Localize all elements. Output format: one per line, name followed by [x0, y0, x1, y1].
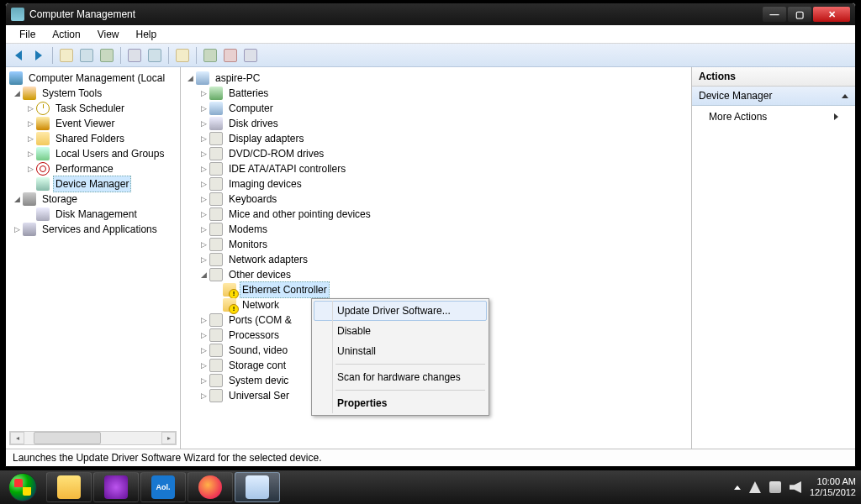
dev-batteries[interactable]: ▷Batteries [182, 86, 691, 101]
taskbar-firefox[interactable] [188, 472, 233, 502]
dev-monitors[interactable]: ▷Monitors [182, 237, 691, 252]
expand-icon[interactable]: ▷ [199, 255, 208, 264]
taskbar-aol[interactable]: Aol. [140, 472, 186, 502]
ctx-update-driver[interactable]: Update Driver Software... [314, 301, 487, 321]
expand-icon[interactable]: ▷ [199, 104, 208, 113]
minimize-button[interactable]: — [763, 7, 786, 22]
dev-computer[interactable]: ▷Computer [182, 101, 691, 116]
titlebar[interactable]: Computer Management — ▢ ✕ [6, 3, 855, 25]
tray-action-center-icon[interactable] [749, 481, 761, 493]
tree-disk-management[interactable]: Disk Management [8, 207, 180, 222]
maximize-button[interactable]: ▢ [788, 7, 811, 22]
expand-icon[interactable]: ▷ [199, 150, 208, 158]
expand-icon[interactable]: ▷ [26, 150, 34, 158]
expand-icon[interactable]: ▷ [26, 119, 34, 128]
expand-icon[interactable]: ▷ [199, 210, 208, 218]
menu-file[interactable]: File [11, 27, 44, 42]
dev-disk-drives[interactable]: ▷Disk drives [182, 116, 691, 131]
expand-icon[interactable]: ▷ [26, 134, 34, 143]
dev-imaging[interactable]: ▷Imaging devices [182, 176, 691, 192]
dev-display[interactable]: ▷Display adapters [182, 131, 691, 146]
taskbar[interactable]: Aol. 10:00 AM 12/15/2012 [0, 470, 861, 504]
dev-mice[interactable]: ▷Mice and other pointing devices [182, 207, 691, 222]
collapse-icon[interactable]: ◢ [199, 270, 208, 279]
collapse-icon[interactable]: ◢ [186, 74, 194, 82]
back-button[interactable] [9, 46, 28, 65]
tree-storage[interactable]: ◢Storage [8, 192, 180, 207]
tray-network-icon[interactable] [769, 481, 781, 493]
expand-icon[interactable]: ▷ [199, 346, 208, 354]
expand-icon[interactable]: ▷ [199, 89, 208, 97]
toolbar-btn-7[interactable] [201, 46, 219, 65]
ctx-uninstall[interactable]: Uninstall [314, 341, 487, 361]
expand-icon[interactable]: ▷ [199, 376, 208, 385]
toolbar-btn-1[interactable] [57, 46, 76, 65]
toolbar-btn-5[interactable] [145, 46, 164, 65]
dev-ide[interactable]: ▷IDE ATA/ATAPI controllers [182, 161, 691, 176]
expand-icon[interactable]: ▷ [199, 240, 208, 249]
ctx-scan[interactable]: Scan for hardware changes [314, 367, 487, 387]
menu-view[interactable]: View [89, 27, 128, 42]
tree-task-scheduler[interactable]: ▷Task Scheduler [8, 101, 180, 116]
ctx-properties[interactable]: Properties [314, 393, 487, 413]
start-button[interactable] [0, 470, 45, 504]
tree-services[interactable]: ▷Services and Applications [8, 222, 180, 237]
scroll-thumb[interactable] [34, 432, 101, 444]
horizontal-scrollbar[interactable]: ◂ ▸ [9, 431, 177, 445]
tree-local-users[interactable]: ▷Local Users and Groups [8, 146, 180, 161]
tray-clock[interactable]: 10:00 AM 12/15/2012 [810, 476, 856, 498]
dev-ethernet-controller[interactable]: Ethernet Controller [182, 282, 691, 297]
tree-shared-folders[interactable]: ▷Shared Folders [8, 131, 180, 146]
scroll-left-button[interactable]: ◂ [10, 432, 24, 444]
taskbar-computer-management[interactable] [235, 472, 280, 502]
dev-dvd[interactable]: ▷DVD/CD-ROM drives [182, 146, 691, 161]
tray-volume-icon[interactable] [790, 481, 801, 493]
expand-icon[interactable]: ▷ [199, 165, 208, 173]
ctx-disable[interactable]: Disable [314, 321, 487, 341]
scope-tree[interactable]: Computer Management (Local ◢System Tools… [6, 67, 180, 240]
expand-icon[interactable]: ▷ [26, 165, 34, 173]
modem-icon [209, 223, 223, 236]
tree-system-tools[interactable]: ◢System Tools [8, 86, 180, 101]
dev-other-devices[interactable]: ◢Other devices [182, 267, 691, 282]
actions-device-manager[interactable]: Device Manager [692, 87, 855, 106]
expand-icon[interactable]: ▷ [199, 134, 208, 143]
dev-network-adapters[interactable]: ▷Network adapters [182, 252, 691, 267]
tree-event-viewer[interactable]: ▷Event Viewer [8, 116, 180, 131]
dev-modems[interactable]: ▷Modems [182, 222, 691, 237]
actions-more[interactable]: More Actions [692, 106, 855, 128]
expand-icon[interactable]: ▷ [199, 331, 208, 339]
expand-icon[interactable]: ▷ [199, 225, 208, 234]
toolbar-btn-9[interactable] [241, 46, 260, 65]
taskbar-yahoo[interactable] [93, 472, 139, 502]
collapse-icon[interactable]: ◢ [13, 89, 21, 97]
expand-icon[interactable]: ▷ [199, 361, 208, 370]
expand-icon[interactable]: ▷ [199, 316, 208, 324]
expand-icon[interactable]: ▷ [199, 391, 208, 400]
toolbar-btn-3[interactable] [98, 46, 116, 65]
tree-performance[interactable]: ▷Performance [8, 161, 180, 176]
expand-icon[interactable]: ▷ [13, 225, 21, 234]
menu-action[interactable]: Action [44, 27, 88, 42]
dev-root[interactable]: ◢aspire-PC [182, 71, 691, 86]
toolbar-btn-6[interactable] [173, 46, 192, 65]
taskbar-sticky-notes[interactable] [46, 472, 92, 502]
tree-device-manager[interactable]: Device Manager [8, 176, 180, 192]
close-button[interactable]: ✕ [813, 7, 850, 22]
toolbar-btn-4[interactable] [125, 46, 144, 65]
dev-keyboards[interactable]: ▷Keyboards [182, 192, 691, 207]
expand-icon[interactable]: ▷ [199, 119, 208, 128]
scroll-right-button[interactable]: ▸ [161, 432, 176, 444]
collapse-icon[interactable]: ◢ [13, 195, 21, 203]
tree-root[interactable]: Computer Management (Local [8, 71, 180, 86]
forward-button[interactable] [29, 46, 48, 65]
toolbar-btn-8[interactable] [221, 46, 240, 65]
expand-icon[interactable]: ▷ [199, 195, 208, 203]
status-text: Launches the Update Driver Software Wiza… [13, 452, 322, 464]
toolbar-btn-2[interactable] [77, 46, 96, 65]
expand-icon[interactable]: ▷ [26, 104, 34, 113]
tray-show-hidden-icon[interactable] [734, 486, 741, 490]
system-tray[interactable]: 10:00 AM 12/15/2012 [734, 470, 856, 504]
menu-help[interactable]: Help [128, 27, 166, 42]
expand-icon[interactable]: ▷ [199, 180, 208, 188]
